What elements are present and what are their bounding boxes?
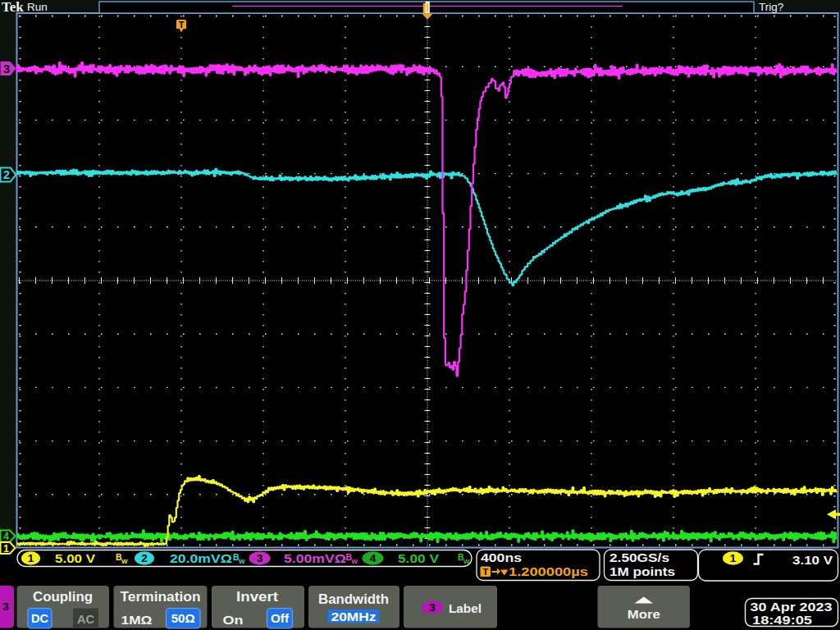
svg-text:4: 4 bbox=[370, 552, 377, 564]
svg-text:18:49:05: 18:49:05 bbox=[752, 614, 812, 627]
svg-text:T: T bbox=[179, 20, 185, 30]
svg-text:3: 3 bbox=[429, 601, 436, 614]
svg-text:3: 3 bbox=[2, 600, 9, 613]
svg-text:T: T bbox=[482, 567, 488, 577]
svg-text:2.50GS/s: 2.50GS/s bbox=[609, 550, 669, 564]
svg-text:DC: DC bbox=[31, 611, 48, 625]
svg-text:20.0mVΩ: 20.0mVΩ bbox=[170, 551, 232, 565]
svg-text:2: 2 bbox=[3, 168, 10, 181]
svg-text:400ns: 400ns bbox=[481, 550, 522, 564]
svg-text:W: W bbox=[352, 558, 358, 565]
svg-text:Termination: Termination bbox=[121, 590, 201, 604]
svg-text:Off: Off bbox=[271, 611, 290, 625]
svg-text:1: 1 bbox=[3, 543, 9, 555]
svg-text:W: W bbox=[121, 558, 128, 565]
svg-text:3: 3 bbox=[257, 552, 263, 564]
svg-text:Run: Run bbox=[27, 1, 48, 13]
svg-text:Tek: Tek bbox=[2, 0, 24, 15]
svg-text:3: 3 bbox=[3, 62, 10, 75]
svg-text:5.00 V: 5.00 V bbox=[55, 551, 95, 565]
svg-text:AC: AC bbox=[77, 612, 94, 626]
svg-text:30 Apr 2023: 30 Apr 2023 bbox=[751, 600, 833, 614]
svg-text:5.00 V: 5.00 V bbox=[398, 551, 439, 565]
svg-text:1MΩ: 1MΩ bbox=[121, 613, 153, 627]
svg-text:5.00mVΩ: 5.00mVΩ bbox=[284, 551, 346, 565]
svg-text:1: 1 bbox=[730, 552, 737, 564]
svg-text:Bandwidth: Bandwidth bbox=[318, 592, 389, 606]
svg-text:Invert: Invert bbox=[236, 590, 279, 604]
svg-text:More: More bbox=[628, 607, 660, 621]
svg-text:Coupling: Coupling bbox=[33, 590, 93, 604]
svg-text:W: W bbox=[463, 558, 470, 565]
svg-text:3.10 V: 3.10 V bbox=[792, 553, 833, 567]
svg-text:20MHz: 20MHz bbox=[331, 609, 377, 623]
svg-text:1M points: 1M points bbox=[609, 564, 675, 578]
svg-text:2: 2 bbox=[141, 552, 148, 564]
svg-text:Trig?: Trig? bbox=[759, 1, 783, 13]
svg-text:1: 1 bbox=[28, 552, 34, 564]
svg-text:4: 4 bbox=[3, 531, 9, 542]
svg-text:On: On bbox=[223, 613, 244, 627]
svg-text:W: W bbox=[239, 558, 245, 565]
svg-text:50Ω: 50Ω bbox=[171, 611, 195, 625]
svg-text:Label: Label bbox=[449, 601, 482, 615]
svg-text:1.200000µs: 1.200000µs bbox=[509, 564, 588, 578]
